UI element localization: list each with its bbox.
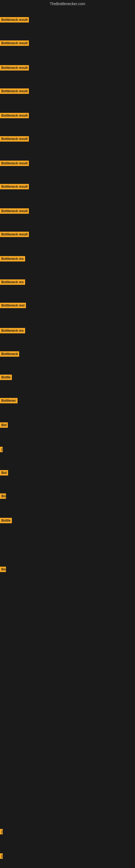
bottleneck-badge-24: Bo — [0, 567, 6, 572]
bottleneck-badge-6: Bottleneck result — [0, 136, 29, 142]
bottleneck-badge-19: | — [0, 447, 3, 452]
bottleneck-badge-28: | — [0, 829, 3, 834]
bottleneck-badge-10: Bottleneck result — [0, 231, 29, 237]
bottleneck-badge-12: Bottleneck res — [0, 279, 25, 285]
bottleneck-badge-22: Bottle — [0, 518, 12, 523]
bottleneck-badge-9: Bottleneck result — [0, 208, 29, 214]
bottleneck-badge-8: Bottleneck result — [0, 184, 29, 189]
bottleneck-badge-5: Bottleneck result — [0, 113, 29, 118]
bottleneck-badge-21: Bo — [0, 493, 6, 499]
bottleneck-badge-29: | — [0, 854, 3, 859]
bottleneck-badge-14: Bottleneck res — [0, 328, 25, 333]
bottleneck-badge-20: Bot — [0, 470, 8, 475]
bottleneck-badge-17: Bottlenec — [0, 398, 17, 403]
bottleneck-badge-16: Bottle — [0, 375, 12, 380]
bottleneck-badge-15: Bottleneck — [0, 351, 19, 357]
bottleneck-badge-4: Bottleneck result — [0, 88, 29, 94]
bottleneck-badge-1: Bottleneck result — [0, 17, 29, 23]
bottleneck-badge-3: Bottleneck result — [0, 65, 29, 70]
bottleneck-badge-11: Bottleneck res — [0, 256, 25, 261]
bottleneck-badge-13: Bottleneck resi — [0, 303, 26, 308]
badges-container: Bottleneck resultBottleneck resultBottle… — [0, 8, 135, 862]
site-title: TheBottlenecker.com — [50, 2, 85, 6]
bottleneck-badge-2: Bottleneck result — [0, 40, 29, 46]
bottleneck-badge-7: Bottleneck result — [0, 161, 29, 166]
bottleneck-badge-18: Bol — [0, 422, 8, 428]
site-title-bar: TheBottlenecker.com — [0, 0, 135, 8]
